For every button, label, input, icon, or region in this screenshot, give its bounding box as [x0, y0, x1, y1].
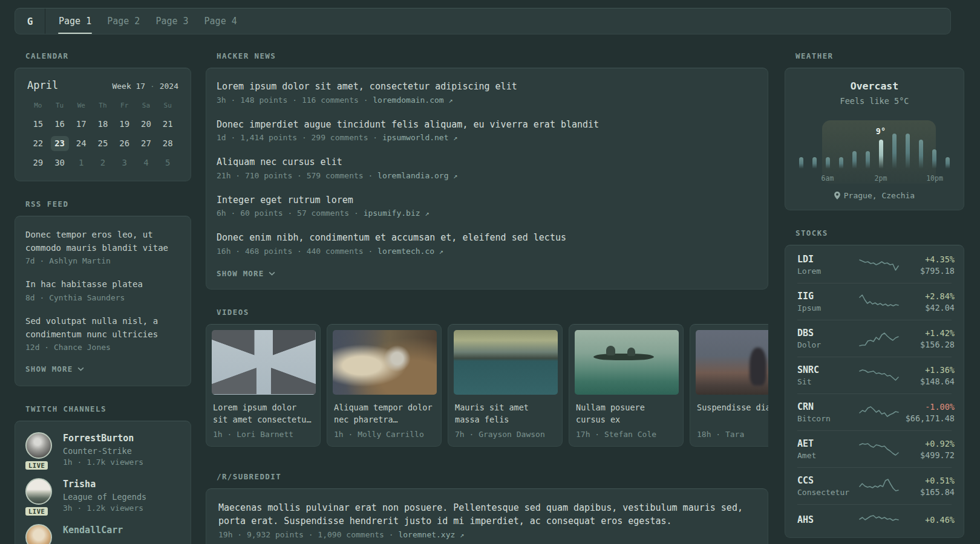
video-card[interactable]: Aliquam tempor dolor nec pharetra… 1h · …	[327, 324, 442, 447]
live-badge: LIVE	[24, 505, 50, 517]
rss-item-title[interactable]: In hac habitasse platea	[25, 278, 180, 291]
external-link-icon: ↗	[439, 247, 443, 256]
weather-section-label: WEATHER	[795, 51, 964, 60]
twitch-widget: TWITCH CHANNELS LIVE ForrestBurton Count…	[15, 404, 191, 544]
hn-story: Donec imperdiet augue tincidunt felis al…	[217, 118, 757, 143]
video-thumbnail[interactable]	[454, 330, 558, 395]
stock-symbol[interactable]: SNRC	[797, 364, 859, 375]
hn-story-domain[interactable]: loremdomain.com ↗	[373, 96, 452, 105]
twitch-section-label: TWITCH CHANNELS	[25, 404, 191, 413]
stock-sparkline	[859, 404, 899, 421]
hn-story-title[interactable]: Integer eget rutrum lorem	[217, 193, 757, 207]
video-thumbnail[interactable]	[696, 330, 768, 395]
stock-symbol[interactable]: CCS	[797, 475, 859, 486]
hn-show-more-button[interactable]: SHOW MORE	[217, 269, 757, 278]
calendar-day: 16	[49, 114, 71, 134]
stock-symbol[interactable]: CRN	[797, 401, 859, 412]
stock-symbol[interactable]: DBS	[797, 328, 859, 338]
stock-symbol[interactable]: LDI	[797, 254, 859, 265]
weekday-label: Sa	[136, 100, 157, 114]
rss-item[interactable]: In hac habitasse platea 8d · Cynthia Sau…	[25, 278, 180, 302]
twitch-channel[interactable]: LIVE ForrestBurton Counter-Strike 1h · 1…	[25, 432, 180, 467]
time-label: 6am	[822, 174, 834, 183]
page-tab[interactable]: Page 3	[155, 8, 189, 34]
video-card[interactable]: Nullam posuere cursus ex 17h · Stefan Co…	[569, 324, 684, 447]
hn-story-title[interactable]: Donec imperdiet augue tincidunt felis al…	[217, 118, 757, 132]
stock-symbol[interactable]: AET	[797, 438, 859, 449]
video-title[interactable]: Aliquam tempor dolor nec pharetra…	[334, 401, 434, 427]
video-title[interactable]: Nullam posuere cursus ex	[576, 401, 676, 427]
stock-sparkline	[859, 367, 899, 384]
video-title[interactable]: Lorem ipsum dolor sit amet consectetu…	[213, 401, 313, 427]
reddit-post-title[interactable]: Maecenas mollis pulvinar erat non posuer…	[218, 501, 756, 528]
video-title[interactable]: Mauris sit amet massa felis	[455, 401, 555, 427]
show-more-label: SHOW MORE	[25, 364, 73, 374]
video-thumbnail[interactable]	[575, 330, 679, 395]
hn-story: Integer eget rutrum lorem 6h · 60 points…	[217, 193, 757, 218]
twitch-channel-game: League of Legends	[63, 492, 146, 502]
reddit-card: Maecenas mollis pulvinar erat non posuer…	[206, 488, 768, 544]
twitch-channel-meta: 1h · 1.7k viewers	[63, 458, 143, 467]
twitch-channel[interactable]: KendallCarr	[25, 524, 180, 544]
stock-sparkline-chart	[859, 512, 899, 529]
rss-show-more-button[interactable]: SHOW MORE	[25, 364, 180, 374]
time-label: 2pm	[875, 174, 887, 183]
stock-symbol[interactable]: IIG	[797, 291, 859, 302]
hacker-news-widget: HACKER NEWS Lorem ipsum dolor sit amet, …	[206, 51, 768, 290]
twitch-channel-name[interactable]: KendallCarr	[63, 524, 123, 537]
stock-symbol[interactable]: AHS	[797, 514, 859, 525]
video-card[interactable]: Lorem ipsum dolor sit amet consectetu… 1…	[206, 324, 321, 447]
video-card[interactable]: Suspendisse diam 18h · Tara	[690, 324, 768, 447]
reddit-post-domain[interactable]: loremnet.xyz ↗	[398, 530, 464, 539]
hn-story: Lorem ipsum dolor sit amet, consectetur …	[217, 80, 757, 105]
hn-story-title[interactable]: Lorem ipsum dolor sit amet, consectetur …	[217, 80, 757, 94]
app-logo[interactable]: G	[15, 8, 45, 34]
calendar-section-label: CALENDAR	[25, 51, 191, 60]
twitch-channel-name[interactable]: Trisha	[63, 478, 146, 491]
video-thumbnail[interactable]	[333, 330, 437, 395]
stock-price: $156.28	[899, 340, 955, 349]
temperature-bar	[919, 140, 923, 169]
live-badge: LIVE	[24, 459, 50, 471]
video-card[interactable]: Mauris sit amet massa felis 7h · Grayson…	[448, 324, 563, 447]
hn-story-domain[interactable]: ipsumworld.net ↗	[382, 133, 458, 142]
left-column: CALENDAR April Week 17 · 2024 MoTuWeThFr…	[15, 51, 191, 544]
hn-story-title[interactable]: Aliquam nec cursus elit	[217, 155, 757, 169]
twitch-channel-name[interactable]: ForrestBurton	[63, 432, 143, 445]
calendar-day: 1	[70, 153, 92, 172]
page-tab[interactable]: Page 1	[58, 8, 92, 34]
hn-story: Aliquam nec cursus elit 21h · 710 points…	[217, 155, 757, 180]
stock-sparkline-chart	[859, 404, 899, 421]
temperature-bar	[866, 151, 870, 169]
reddit-post-meta: 19h · 9,932 points · 1,090 comments · lo…	[218, 530, 756, 539]
stock-row: CCS Consectetur +0.51% $165.84	[797, 467, 952, 504]
temperature-bar	[799, 157, 803, 169]
stock-change: +0.51%	[899, 476, 955, 485]
video-title[interactable]: Suspendisse diam	[697, 401, 768, 427]
hn-story-title[interactable]: Donec enim nibh, condimentum et accumsan…	[217, 231, 757, 245]
twitch-channel[interactable]: LIVE Trisha League of Legends 3h · 1.2k …	[25, 478, 180, 513]
hn-story-domain[interactable]: loremlandia.org ↗	[377, 171, 457, 180]
hn-story-domain[interactable]: ipsumify.biz ↗	[364, 209, 430, 218]
rss-item-title[interactable]: Sed volutpat nulla nisl, a condimentum n…	[25, 315, 180, 341]
stock-sparkline-chart	[859, 256, 899, 273]
page-tab[interactable]: Page 2	[106, 8, 140, 34]
temperature-bar	[826, 157, 830, 169]
hn-story-stats: 1d · 1,414 points · 299 comments ·	[217, 133, 382, 142]
hn-story-domain[interactable]: loremtech.co ↗	[377, 247, 443, 256]
stock-name: Ipsum	[797, 303, 859, 312]
weather-time-labels: 6am2pm10pm	[799, 173, 950, 184]
stock-name: Lorem	[797, 267, 859, 276]
rss-item-title[interactable]: Donec tempor eros leo, ut commodo mauris…	[25, 228, 180, 254]
video-thumbnail[interactable]	[212, 330, 316, 395]
page-tab[interactable]: Page 4	[204, 8, 238, 34]
stock-name: Sit	[797, 377, 859, 386]
rss-item[interactable]: Sed volutpat nulla nisl, a condimentum n…	[25, 315, 180, 352]
stock-name: Consectetur	[797, 488, 859, 497]
stock-row: SNRC Sit +1.36% $148.64	[797, 357, 952, 393]
weather-bars: 9°	[799, 120, 950, 169]
rss-item[interactable]: Donec tempor eros leo, ut commodo mauris…	[25, 228, 180, 265]
calendar-day: 20	[136, 114, 157, 134]
glance-dashboard: G Page 1Page 2Page 3Page 4 CALENDAR Apri…	[0, 0, 980, 544]
calendar-day: 27	[136, 134, 157, 153]
